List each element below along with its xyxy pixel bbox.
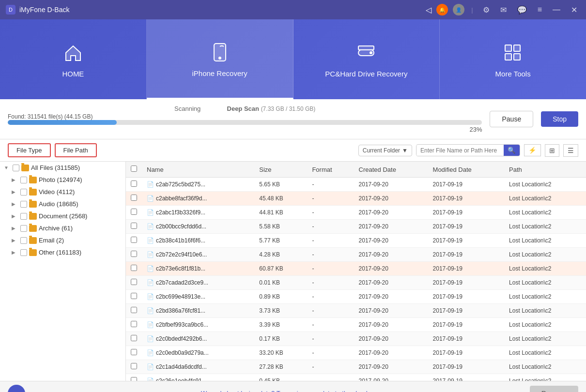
table-row[interactable]: 📄c2ab725c5bd275... 5.65 KB - 2017-09-20 … — [126, 178, 586, 192]
row-checkbox-8[interactable] — [131, 293, 137, 299]
row-checkbox-6[interactable] — [131, 265, 137, 271]
row-checkbox-14[interactable] — [131, 377, 137, 381]
list-view-button[interactable]: ☰ — [563, 144, 578, 157]
row-checkbox-9[interactable] — [131, 307, 137, 313]
table-row[interactable]: 📄c2bc699e48913e... 0.89 KB - 2017-09-20 … — [126, 290, 586, 304]
iphone-icon — [208, 40, 232, 64]
row-checkbox-cell — [126, 346, 142, 360]
mail-icon[interactable]: ✉ — [497, 4, 509, 15]
settings-icon[interactable]: ⚙ — [480, 4, 493, 15]
nav-pc[interactable]: PC&Hard Drive Recovery — [293, 19, 440, 99]
table-row[interactable]: 📄c2c0bdedf4292b6... 0.17 KB - 2017-09-20… — [126, 332, 586, 346]
row-checkbox-12[interactable] — [131, 349, 137, 355]
recover-button[interactable]: Recover — [530, 386, 578, 392]
table-row[interactable]: 📄c2b00bcc9cfdd6d... 5.58 KB - 2017-09-20… — [126, 220, 586, 234]
table-row[interactable]: 📄c2b38c41b16f6f6... 5.77 KB - 2017-09-20… — [126, 234, 586, 248]
document-checkbox[interactable] — [20, 213, 27, 220]
row-checkbox-0[interactable] — [131, 181, 137, 187]
filter-button[interactable]: ⚡ — [524, 144, 541, 156]
row-path-5: Lost Location\c2 — [504, 248, 586, 262]
bottom-bar: ← ☁ Worred about losing data? Try saving… — [0, 381, 586, 392]
row-checkbox-cell — [126, 332, 142, 346]
sidebar-item-audio[interactable]: ▶ Audio (18685) — [0, 198, 125, 210]
other-checkbox[interactable] — [20, 249, 27, 256]
row-created-2: 2017-09-20 — [354, 206, 428, 220]
nav-home[interactable]: HOME — [0, 19, 147, 99]
row-name-11: 📄c2c0bdedf4292b6... — [142, 332, 254, 346]
stop-button[interactable]: Stop — [541, 111, 578, 127]
row-checkbox-7[interactable] — [131, 279, 137, 285]
share-button[interactable]: ◁ — [426, 5, 432, 15]
row-checkbox-2[interactable] — [131, 209, 137, 215]
row-checkbox-10[interactable] — [131, 321, 137, 327]
folder-select[interactable]: Current Folder ▼ — [358, 145, 412, 156]
table-row[interactable]: 📄c2c1ad4da6dcdfd... 27.28 KB - 2017-09-2… — [126, 360, 586, 374]
search-input[interactable] — [416, 145, 504, 156]
nav-tools[interactable]: More Tools — [440, 19, 586, 99]
row-checkbox-5[interactable] — [131, 251, 137, 257]
table-row[interactable]: 📄c2b73e6c8f1f81b... 60.87 KB - 2017-09-2… — [126, 262, 586, 276]
sidebar-item-video[interactable]: ▶ Video (4112) — [0, 186, 125, 198]
row-checkbox-3[interactable] — [131, 223, 137, 229]
audio-checkbox[interactable] — [20, 201, 27, 208]
file-path-tab[interactable]: File Path — [55, 143, 97, 157]
pause-button[interactable]: Pause — [490, 111, 533, 127]
row-name-10: 📄c2bfbef993ca9bc6... — [142, 318, 254, 332]
archive-checkbox[interactable] — [20, 225, 27, 232]
row-path-4: Lost Location\c2 — [504, 234, 586, 248]
row-checkbox-13[interactable] — [131, 363, 137, 369]
select-all-checkbox[interactable] — [131, 166, 137, 172]
avatar-gray[interactable]: 👤 — [453, 4, 464, 15]
row-checkbox-cell — [126, 178, 142, 192]
col-size: Size — [254, 162, 307, 178]
video-checkbox[interactable] — [20, 189, 27, 196]
row-checkbox-11[interactable] — [131, 335, 137, 341]
chevron-down-icon: ▼ — [402, 147, 408, 154]
home-icon — [61, 41, 85, 65]
sidebar-item-allfiles[interactable]: ▼ All Files (311585) — [0, 162, 125, 174]
row-size-14: 0.45 KB — [254, 374, 307, 381]
table-row[interactable]: 📄c2c26e1eeb4fc91... 0.45 KB - 2017-09-20… — [126, 374, 586, 381]
avatar-orange[interactable]: 🔔 — [436, 4, 448, 15]
audio-label: Audio (18685) — [39, 200, 122, 208]
close-button[interactable]: ✕ — [568, 4, 580, 15]
other-folder-icon — [29, 249, 37, 256]
minimize-button[interactable]: — — [550, 4, 563, 15]
nav-iphone[interactable]: iPhone Recovery — [147, 19, 293, 99]
photo-checkbox[interactable] — [20, 177, 27, 183]
row-name-4: 📄c2b38c41b16f6f6... — [142, 234, 254, 248]
row-checkbox-4[interactable] — [131, 237, 137, 243]
row-size-12: 33.20 KB — [254, 346, 307, 360]
sidebar-item-photo[interactable]: ▶ Photo (124974) — [0, 174, 125, 186]
grid-view-button[interactable]: ⊞ — [545, 144, 559, 157]
svg-rect-5 — [505, 45, 511, 51]
search-button[interactable]: 🔍 — [504, 145, 520, 156]
sidebar-item-email[interactable]: ▶ Email (2) — [0, 234, 125, 246]
back-button[interactable]: ← — [8, 385, 25, 392]
email-checkbox[interactable] — [20, 237, 27, 244]
table-row[interactable]: 📄c2b72e2c94f10e6... 4.28 KB - 2017-09-20… — [126, 248, 586, 262]
sidebar-item-document[interactable]: ▶ Document (2568) — [0, 210, 125, 222]
allfiles-checkbox[interactable] — [13, 165, 19, 171]
row-name-13: 📄c2c1ad4da6dcdfd... — [142, 360, 254, 374]
other-label: Other (161183) — [39, 249, 122, 256]
svg-rect-4 — [358, 46, 374, 50]
menu-button[interactable]: ≡ — [535, 4, 545, 15]
sidebar-item-other[interactable]: ▶ Other (161183) — [0, 246, 125, 258]
table-row[interactable]: 📄c2c0edb0a9d279a... 33.20 KB - 2017-09-2… — [126, 346, 586, 360]
row-created-9: 2017-09-20 — [354, 304, 428, 318]
table-row[interactable]: 📄c2abc1f3b3326f9... 44.81 KB - 2017-09-2… — [126, 206, 586, 220]
row-checkbox-1[interactable] — [131, 195, 137, 201]
file-icon-1: 📄 — [147, 195, 154, 202]
row-size-4: 5.77 KB — [254, 234, 307, 248]
table-row[interactable]: 📄c2b7cadad2d3ce9... 0.01 KB - 2017-09-20… — [126, 276, 586, 290]
col-name: Name — [142, 162, 254, 178]
file-type-tab[interactable]: File Type — [8, 143, 51, 157]
sidebar-item-archive[interactable]: ▶ Archive (61) — [0, 222, 125, 234]
row-modified-4: 2017-09-19 — [428, 234, 505, 248]
row-created-0: 2017-09-20 — [354, 178, 428, 192]
table-row[interactable]: 📄c2bd386a76fcf81... 3.73 KB - 2017-09-20… — [126, 304, 586, 318]
table-row[interactable]: 📄c2abbe8facf36f9d... 45.48 KB - 2017-09-… — [126, 192, 586, 206]
table-row[interactable]: 📄c2bfbef993ca9bc6... 3.39 KB - 2017-09-2… — [126, 318, 586, 332]
chat-icon[interactable]: 💬 — [514, 4, 530, 15]
